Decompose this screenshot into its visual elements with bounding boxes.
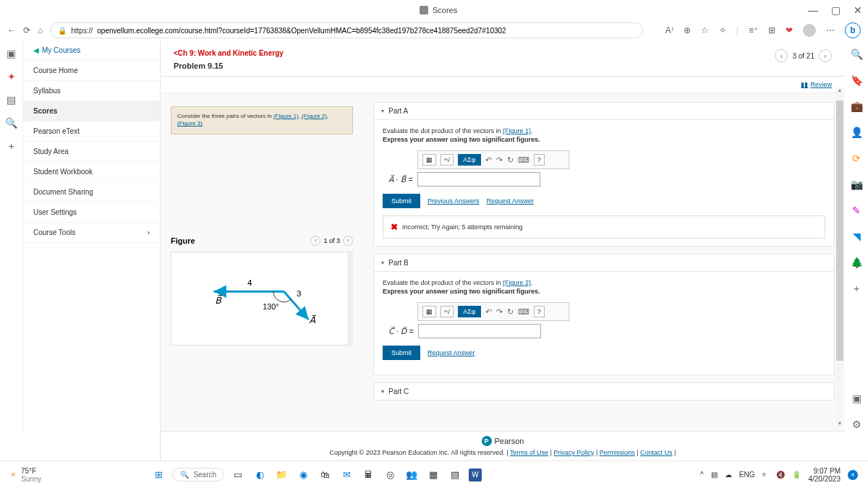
collections-icon[interactable]: ⊞ <box>768 25 775 35</box>
figure-prev-button[interactable]: ‹ <box>310 236 320 246</box>
briefcase-icon[interactable]: 💼 <box>850 100 863 113</box>
app-icon-1[interactable]: ▦ <box>425 467 441 483</box>
edit-icon[interactable]: ✎ <box>850 204 863 217</box>
reset-icon-b[interactable]: ↻ <box>507 307 514 317</box>
symbols-button[interactable]: ΑΣφ <box>458 154 480 166</box>
close-button[interactable]: ✕ <box>854 4 862 16</box>
undo-icon-b[interactable]: ↶ <box>485 307 492 317</box>
part-b-header[interactable]: Part B <box>373 254 835 272</box>
redo-icon[interactable]: ↷ <box>496 155 503 165</box>
help-button-b[interactable]: ? <box>534 306 545 317</box>
add-rail-icon[interactable]: + <box>8 140 14 152</box>
battery-icon[interactable]: 🔋 <box>792 471 801 479</box>
panel-side-icon[interactable]: ▣ <box>850 392 863 405</box>
favorites-icon[interactable]: ≡⁺ <box>749 25 758 35</box>
part-b-input[interactable] <box>418 324 541 338</box>
refresh-icon[interactable]: ⟳ <box>23 25 30 35</box>
heart-icon[interactable]: ❤ <box>786 25 793 35</box>
contact-link[interactable]: Contact Us <box>640 449 673 456</box>
nav-workbook[interactable]: Student Workbook <box>23 162 160 182</box>
word-icon[interactable]: W <box>469 468 482 481</box>
part-a-submit[interactable]: Submit <box>383 194 420 208</box>
person-icon[interactable]: 👤 <box>850 126 863 139</box>
redo-icon-b[interactable]: ↷ <box>496 307 503 317</box>
part-b-submit[interactable]: Submit <box>383 346 420 360</box>
browser-tab[interactable]: Scores <box>411 3 466 17</box>
tag-icon[interactable]: 🔖 <box>850 74 863 87</box>
weather-icon[interactable]: ☀ <box>10 471 17 479</box>
sqrt-button-b[interactable]: ⁿ√ <box>441 306 454 317</box>
part-a-request-answer[interactable]: Request Answer <box>487 197 535 205</box>
privacy-link[interactable]: Privacy Policy <box>553 449 594 456</box>
taskview-icon[interactable]: ▭ <box>230 467 246 483</box>
review-link[interactable]: ▮▮ Review <box>801 81 832 88</box>
help-button[interactable]: ? <box>534 154 545 166</box>
tray-chevron-icon[interactable]: ^ <box>700 471 704 479</box>
templates-button[interactable]: ▦ <box>422 154 436 166</box>
chapter-back-link[interactable]: <Ch 9: Work and Kinetic Energy <box>174 49 284 57</box>
notification-badge[interactable]: 4 <box>848 470 858 480</box>
undo-icon[interactable]: ↶ <box>485 155 492 165</box>
nav-syllabus[interactable]: Syllabus <box>23 81 160 101</box>
address-bar[interactable]: 🔒 https://openvellum.ecollege.com/course… <box>50 22 643 38</box>
star-icon[interactable]: ☆ <box>701 25 709 35</box>
menu-icon[interactable]: ⋯ <box>826 25 835 35</box>
edge-icon[interactable]: ◉ <box>295 467 311 483</box>
nav-study-area[interactable]: Study Area <box>23 142 160 162</box>
start-button[interactable]: ⊞ <box>150 467 166 483</box>
zoom-icon[interactable]: ⊕ <box>684 25 691 35</box>
camera-icon[interactable]: 📷 <box>850 178 863 191</box>
mail-icon[interactable]: ✉ <box>339 467 354 483</box>
keyboard-icon-b[interactable]: ⌨ <box>518 307 529 317</box>
teams-icon[interactable]: 👥 <box>404 467 420 483</box>
permissions-link[interactable]: Permissions <box>600 449 635 456</box>
onedrive-icon[interactable]: ☁ <box>725 471 732 479</box>
back-icon[interactable]: ← <box>7 25 16 35</box>
part-a-header[interactable]: Part A <box>373 102 835 120</box>
tray-icon-1[interactable]: ▤ <box>711 471 718 479</box>
figure1-link[interactable]: (Figure 1) <box>273 113 299 119</box>
app-icon-2[interactable]: ▧ <box>447 467 463 483</box>
nav-user-settings[interactable]: User Settings <box>23 202 160 223</box>
news-icon[interactable]: ▤ <box>7 94 16 106</box>
next-problem-button[interactable]: › <box>819 49 832 62</box>
clock[interactable]: 9:07 PM 4/20/2023 <box>808 467 841 483</box>
profile-icon[interactable] <box>803 24 816 37</box>
language-indicator[interactable]: ENG <box>739 471 755 479</box>
home-icon[interactable]: ⌂ <box>38 25 43 35</box>
part-a-input[interactable] <box>417 172 540 187</box>
volume-icon[interactable]: 🔇 <box>776 471 785 479</box>
keyboard-icon[interactable]: ⌨ <box>518 155 529 165</box>
nav-scores[interactable]: Scores <box>23 101 160 121</box>
search-rail-icon[interactable]: 🔍 <box>5 117 17 129</box>
reset-icon[interactable]: ↻ <box>507 155 514 165</box>
sqrt-button[interactable]: ⁿ√ <box>441 154 454 166</box>
search-side-icon[interactable]: 🔍 <box>850 48 863 61</box>
chrome-icon[interactable]: ◎ <box>382 467 398 483</box>
bing-icon[interactable]: b <box>845 22 861 38</box>
store-icon[interactable]: 🛍 <box>317 467 333 483</box>
taskbar-search[interactable]: 🔍 Search <box>172 468 224 481</box>
scroll-thumb[interactable] <box>836 100 843 361</box>
minimize-button[interactable]: — <box>808 4 818 16</box>
explorer-icon[interactable]: 📁 <box>273 467 289 483</box>
figure-next-button[interactable]: › <box>343 236 353 246</box>
figure3-link[interactable]: (Figure 3) <box>177 120 203 127</box>
prev-problem-button[interactable]: ‹ <box>775 49 788 62</box>
add-side-icon[interactable]: + <box>850 282 863 295</box>
tree-icon[interactable]: 🌲 <box>850 256 863 269</box>
maximize-button[interactable]: ▢ <box>831 4 841 16</box>
figure2-link[interactable]: (Figure 2) <box>302 113 327 119</box>
refresh-side-icon[interactable]: ⟳ <box>850 152 863 165</box>
nav-doc-sharing[interactable]: Document Sharing <box>23 182 160 202</box>
panel-icon[interactable]: ▣ <box>7 48 16 59</box>
part-c-header[interactable]: Part C <box>373 382 835 401</box>
scrollbar[interactable]: ▴ ▾ <box>836 87 843 427</box>
symbols-button-b[interactable]: ΑΣφ <box>458 306 480 317</box>
nav-etext[interactable]: Pearson eText <box>23 121 160 142</box>
part-b-request-answer[interactable]: Request Answer <box>427 349 475 356</box>
copilot-icon[interactable]: ◐ <box>252 467 268 483</box>
terms-link[interactable]: Terms of Use <box>510 449 548 456</box>
part-b-figure-link[interactable]: (Figure 2) <box>503 279 531 286</box>
part-a-figure-link[interactable]: (Figure 1) <box>503 127 531 134</box>
